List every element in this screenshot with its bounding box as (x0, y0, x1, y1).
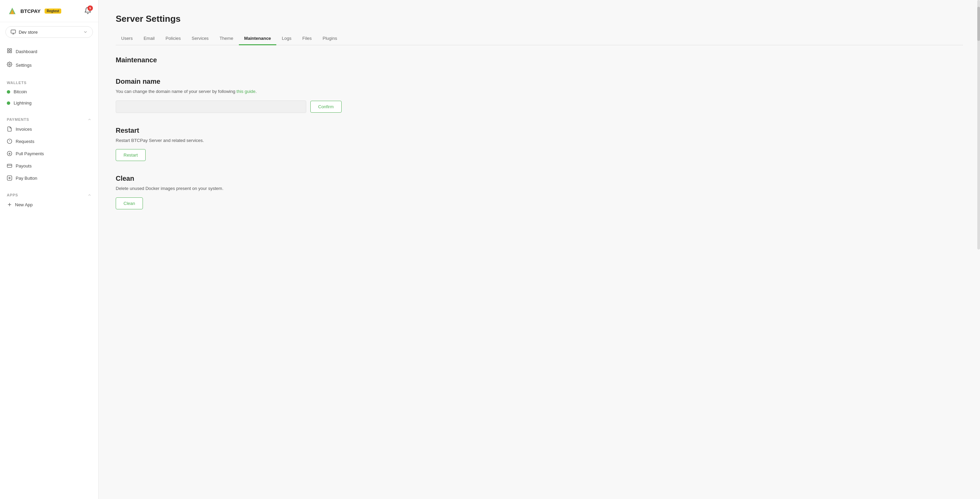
store-selector[interactable]: Dev store (5, 26, 93, 38)
tab-services[interactable]: Services (186, 32, 214, 45)
clean-title: Clean (116, 175, 963, 182)
tab-files[interactable]: Files (297, 32, 317, 45)
apps-section: APPS New App (0, 187, 98, 214)
payments-section: PAYMENTS Invoices Requests Pull Payments… (0, 111, 98, 187)
settings-icon (7, 62, 12, 69)
scrollbar[interactable] (977, 0, 980, 250)
restart-section: Restart Restart BTCPay Server and relate… (116, 127, 963, 161)
logo-area: BTCPAY Regtest (7, 5, 61, 16)
tab-theme[interactable]: Theme (214, 32, 239, 45)
svg-point-10 (9, 64, 10, 65)
domain-name-desc: You can change the domain name of your s… (116, 88, 963, 95)
payouts-icon (7, 163, 12, 169)
svg-rect-9 (10, 51, 11, 53)
pay-button-label: Pay Button (16, 175, 37, 181)
domain-desc-before: You can change the domain name of your s… (116, 89, 237, 94)
tab-email[interactable]: Email (138, 32, 160, 45)
page-title: Server Settings (116, 14, 963, 24)
dashboard-icon (7, 48, 12, 55)
plus-icon (7, 202, 12, 207)
clean-button[interactable]: Clean (116, 198, 143, 209)
lightning-label: Lightning (14, 100, 32, 105)
sidebar-item-settings[interactable]: Settings (0, 58, 98, 72)
invoices-label: Invoices (16, 127, 32, 132)
new-app-label: New App (15, 202, 33, 207)
clean-desc: Delete unused Docker images present on y… (116, 185, 963, 192)
notifications-bell[interactable]: 5 (84, 7, 92, 15)
payouts-label: Payouts (16, 163, 32, 169)
apps-section-header: APPS (0, 190, 98, 198)
scrollbar-thumb (977, 7, 980, 41)
chevron-down-icon (83, 30, 88, 34)
sidebar-item-lightning[interactable]: Lightning (0, 97, 98, 108)
sidebar-item-dashboard[interactable]: Dashboard (0, 45, 98, 58)
regtest-badge: Regtest (45, 8, 61, 14)
pay-button-icon (7, 175, 12, 181)
sidebar-item-requests[interactable]: Requests (0, 135, 98, 147)
tab-maintenance[interactable]: Maintenance (239, 32, 277, 45)
payments-section-title: PAYMENTS (7, 118, 29, 121)
svg-rect-3 (11, 30, 15, 33)
lightning-status-dot (7, 101, 10, 105)
maintenance-title: Maintenance (116, 56, 963, 64)
requests-label: Requests (16, 139, 34, 144)
tabs-nav: Users Email Policies Services Theme Main… (116, 32, 963, 45)
sidebar: BTCPAY Regtest 5 Dev store Dashboar (0, 0, 99, 499)
main-nav: Dashboard Settings (0, 42, 98, 75)
svg-rect-7 (10, 49, 11, 50)
bitcoin-label: Bitcoin (14, 89, 27, 94)
tab-policies[interactable]: Policies (160, 32, 186, 45)
sidebar-header: BTCPAY Regtest 5 (0, 0, 98, 22)
svg-rect-6 (8, 49, 9, 50)
confirm-button[interactable]: Confirm (310, 101, 342, 113)
sidebar-item-pay-button[interactable]: Pay Button (0, 172, 98, 184)
restart-desc: Restart BTCPay Server and related servic… (116, 137, 963, 144)
domain-input-row: Confirm (116, 100, 963, 113)
store-name: Dev store (19, 30, 80, 35)
bitcoin-status-dot (7, 90, 10, 94)
svg-rect-16 (7, 164, 11, 167)
svg-rect-8 (8, 51, 9, 53)
domain-desc-after: . (256, 89, 257, 94)
sidebar-item-bitcoin[interactable]: Bitcoin (0, 86, 98, 97)
payments-chevron-icon (88, 118, 92, 121)
restart-button[interactable]: Restart (116, 149, 146, 161)
invoices-icon (7, 126, 12, 132)
sidebar-item-payouts[interactable]: Payouts (0, 159, 98, 172)
restart-title: Restart (116, 127, 963, 134)
apps-section-title: APPS (7, 193, 18, 197)
sidebar-item-pull-payments[interactable]: Pull Payments (0, 147, 98, 159)
maintenance-section: Maintenance (116, 56, 963, 64)
domain-name-input[interactable] (116, 100, 306, 113)
logo-text: BTCPAY (21, 8, 40, 14)
pull-payments-icon (7, 151, 12, 156)
wallets-section-title: WALLETS (0, 77, 98, 86)
pull-payments-label: Pull Payments (16, 151, 44, 156)
sidebar-item-new-app[interactable]: New App (0, 198, 98, 211)
tab-users[interactable]: Users (116, 32, 138, 45)
tab-plugins[interactable]: Plugins (317, 32, 343, 45)
settings-label: Settings (16, 63, 32, 68)
sidebar-item-invoices[interactable]: Invoices (0, 123, 98, 135)
payments-section-header: PAYMENTS (0, 114, 98, 123)
tab-logs[interactable]: Logs (276, 32, 297, 45)
store-icon (11, 29, 16, 35)
requests-icon (7, 139, 12, 144)
btcpay-logo-icon (7, 5, 18, 16)
apps-chevron-icon (88, 193, 92, 197)
main-content: Server Settings Users Email Policies Ser… (99, 0, 980, 499)
wallets-section: WALLETS Bitcoin Lightning (0, 75, 98, 111)
bell-badge-count: 5 (88, 5, 93, 11)
dashboard-label: Dashboard (16, 49, 37, 54)
clean-section: Clean Delete unused Docker images presen… (116, 175, 963, 209)
domain-name-title: Domain name (116, 78, 963, 85)
svg-rect-18 (7, 175, 11, 180)
this-guide-link[interactable]: this guide (237, 89, 256, 94)
svg-point-19 (9, 177, 10, 179)
domain-name-section: Domain name You can change the domain na… (116, 78, 963, 113)
